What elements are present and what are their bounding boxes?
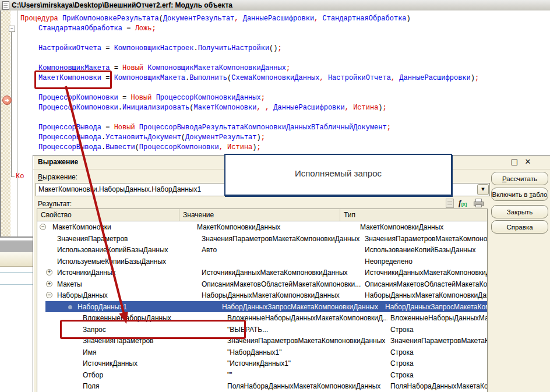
code-line xyxy=(2,113,550,123)
code-line xyxy=(2,34,550,44)
result-toolbar: f[x] xyxy=(443,199,488,209)
table-rows: −МакетКомпоновкиМакетКомпоновкиДанныхМак… xyxy=(37,221,487,392)
background-grid-line xyxy=(0,272,33,273)
calculate-button[interactable]: Рассчитать xyxy=(491,172,548,185)
code-line: НастройкиОтчета = КомпоновщикНастроек.По… xyxy=(2,44,550,54)
print-icon[interactable] xyxy=(474,199,483,207)
annotation-box-maket-komponovki xyxy=(34,70,112,89)
code-line: ПроцессорВывода = Новый ПроцессорВыводаР… xyxy=(2,123,550,133)
chevron-down-icon[interactable]: ▼ xyxy=(477,184,489,195)
background-window-gray-band xyxy=(0,241,33,252)
code-line xyxy=(2,54,550,63)
property-row[interactable]: +МакетыОписанияМакетовОбластейМакетаКомп… xyxy=(37,278,487,290)
current-line-marker-icon: ➔ xyxy=(2,96,12,105)
maximize-icon[interactable]: □ xyxy=(510,157,519,167)
background-grid-line xyxy=(0,284,33,285)
background-window-beige-band xyxy=(0,252,33,267)
property-row[interactable]: ИсточникДанных"ИсточникДанных1"Строка xyxy=(37,358,487,369)
expression-label: Выражение: xyxy=(38,173,77,181)
column-header-type[interactable]: Тип xyxy=(340,209,487,221)
annotation-box-zapros-row xyxy=(60,320,246,339)
collapse-icon[interactable]: − xyxy=(46,292,52,298)
property-table[interactable]: Свойство Значение Тип −МакетКомпоновкиМа… xyxy=(37,209,488,392)
help-button[interactable]: Справка xyxy=(491,220,548,234)
bullet-icon xyxy=(68,305,72,309)
save-icon[interactable] xyxy=(446,199,454,208)
code-trailing-fragment: Ко xyxy=(16,172,24,181)
property-row[interactable]: Имя"НаборДанных1"Строка xyxy=(37,347,487,358)
screen: C:\Users\mirskaya\Desktop\ВнешнийОтчет2.… xyxy=(0,0,550,392)
property-row[interactable]: +ИсточникиДанныхИсточникиДанныхМакетаКом… xyxy=(37,267,487,278)
function-icon[interactable]: f[x] xyxy=(459,199,467,209)
column-header-property[interactable]: Свойство xyxy=(37,209,179,221)
property-row[interactable]: НаборДанных1НаборДанныхЗапросМакетаКомпо… xyxy=(37,301,487,313)
close-icon[interactable]: ✕ xyxy=(523,157,533,167)
result-label: Результат: xyxy=(38,200,72,208)
document-icon xyxy=(2,1,9,10)
collapse-icon[interactable]: − xyxy=(40,224,46,230)
code-line: СтандартнаяОбработка = Ложь; xyxy=(2,24,550,34)
editor-title: C:\Users\mirskaya\Desktop\ВнешнийОтчет2.… xyxy=(12,1,232,9)
property-row[interactable]: −МакетКомпоновкиМакетКомпоновкиДанныхМак… xyxy=(37,221,487,233)
code-line: ПроцессорВывода.УстановитьДокумент(Докум… xyxy=(2,133,550,143)
property-row[interactable]: Отбор""Строка xyxy=(37,369,487,381)
fold-line-corner xyxy=(11,176,15,177)
property-row[interactable]: −НаборыДанныхНаборыДанныхМакетаКомпоновк… xyxy=(37,289,487,301)
code-line: ПроцессорКомпоновки.Инициализировать(Мак… xyxy=(2,103,550,113)
code-line: ПроцессорКомпоновки = Новый ПроцессорКом… xyxy=(2,93,550,103)
property-row[interactable]: ЗначенияПараметровЗначенияПараметровМаке… xyxy=(37,233,487,245)
close-button[interactable]: Закрыть xyxy=(491,205,548,218)
expand-icon[interactable]: + xyxy=(46,281,52,287)
code-line: ПроцессорВывода.Вывести(ПроцессорКомпоно… xyxy=(2,143,550,153)
property-row[interactable]: ИспользуемыеКопииБазыДанныхНеопределено xyxy=(37,256,487,267)
dialog-title: Выражение xyxy=(38,158,78,166)
property-row[interactable]: ИспользованиеКопийБазыДанныхАвтоИспользо… xyxy=(37,244,487,256)
editor-titlebar[interactable]: C:\Users\mirskaya\Desktop\ВнешнийОтчет2.… xyxy=(0,0,550,11)
column-header-value[interactable]: Значение xyxy=(179,209,340,221)
property-row[interactable]: ПоляПоляНабораДанныхМакетаКомпоновкиДанн… xyxy=(37,380,487,392)
expand-icon[interactable]: + xyxy=(46,269,52,276)
table-header: Свойство Значение Тип xyxy=(37,209,487,221)
annotation-callout: Исполняемый запрос xyxy=(224,154,452,196)
add-to-watch-button[interactable]: Включить в табло xyxy=(491,188,548,201)
code-line: Процедура ПриКомпоновкеРезультата(Докуме… xyxy=(2,14,550,24)
